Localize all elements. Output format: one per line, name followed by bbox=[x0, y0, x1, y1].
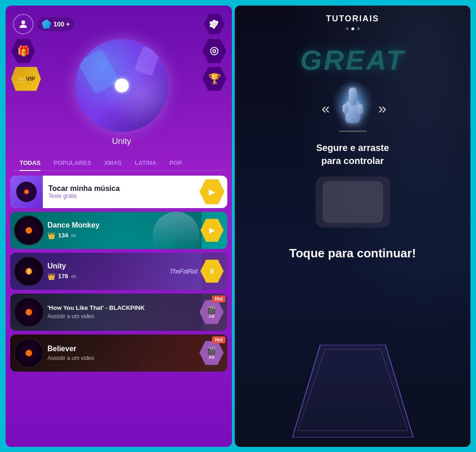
hot-badge: Hot bbox=[212, 336, 225, 343]
svg-rect-5 bbox=[349, 88, 357, 105]
song-row-blackpink[interactable]: Hot 'How You Like That' - BLACKPINK Assi… bbox=[10, 294, 227, 331]
my-music-row[interactable]: Tocar minha música Teste grátis ▶ bbox=[10, 176, 227, 208]
song-pause-button[interactable]: ⏸ bbox=[200, 260, 224, 283]
svg-marker-8 bbox=[292, 345, 413, 438]
my-music-play-button[interactable]: ▶ bbox=[199, 179, 225, 204]
song-subtitle: Assistir a um video bbox=[47, 355, 199, 361]
side-buttons-left: 🎁 👑 VIP bbox=[11, 39, 41, 91]
game-lane-svg bbox=[283, 345, 423, 438]
my-music-left bbox=[10, 176, 43, 208]
game-lane-container[interactable] bbox=[235, 261, 470, 447]
hand-icon bbox=[337, 85, 369, 132]
svg-point-0 bbox=[21, 20, 25, 24]
tab-pop[interactable]: POP bbox=[163, 156, 188, 170]
svg-rect-6 bbox=[343, 104, 348, 113]
hand-container: « bbox=[322, 85, 384, 132]
tab-todas[interactable]: TODAS bbox=[13, 156, 47, 170]
vinyl-small bbox=[16, 182, 37, 202]
ad-button-blackpink[interactable]: 🎬 Ad bbox=[199, 300, 224, 324]
svg-point-3 bbox=[213, 50, 216, 52]
disc bbox=[75, 39, 168, 132]
song-score: 134 bbox=[58, 232, 68, 239]
tap-button-area bbox=[316, 177, 390, 228]
song-meta: 👑 176 ∞ bbox=[47, 272, 200, 281]
song-vinyl bbox=[14, 216, 44, 245]
disc-title: Unity bbox=[112, 137, 131, 146]
dot-2 bbox=[351, 27, 354, 30]
tap-text[interactable]: Toque para continuar! bbox=[289, 246, 416, 261]
left-panel: 100 + 🎁 👑 VIP bbox=[6, 6, 232, 447]
infinity-icon: ∞ bbox=[71, 272, 76, 281]
right-content: TUTORIAIS GREAT « bbox=[235, 6, 470, 447]
vinyl-dot bbox=[26, 350, 32, 356]
tap-button-inner bbox=[323, 181, 383, 223]
song-list: Tocar minha música Teste grátis ▶ Dance … bbox=[6, 171, 232, 447]
vinyl-dot bbox=[26, 309, 32, 315]
ad-button-believer[interactable]: 🎬 Ad bbox=[199, 341, 224, 365]
song-info-dance-monkey: Dance Monkey 👑 134 ∞ bbox=[47, 221, 200, 240]
avatar-icon[interactable] bbox=[13, 14, 33, 34]
vip-button[interactable]: 👑 VIP bbox=[11, 67, 41, 91]
my-music-subtitle: Teste grátis bbox=[48, 193, 194, 199]
coins-badge: 100 + bbox=[37, 17, 74, 31]
tabs: TODAS POPULARES XMAS LATINA POP bbox=[6, 150, 232, 170]
song-name: Dance Monkey bbox=[47, 221, 200, 229]
svg-point-2 bbox=[211, 47, 218, 55]
tab-xmas[interactable]: XMAS bbox=[98, 156, 128, 170]
gift-button[interactable]: 🎁 bbox=[11, 39, 35, 63]
song-name: 'How You Like That' - BLACKPINK bbox=[47, 304, 199, 311]
song-vinyl bbox=[14, 297, 44, 327]
dot-3 bbox=[357, 27, 360, 30]
header: 100 + bbox=[6, 6, 232, 39]
arrow-left: « bbox=[322, 100, 327, 117]
gem-icon bbox=[42, 20, 51, 29]
song-score: 176 bbox=[58, 273, 68, 280]
tab-populares[interactable]: POPULARES bbox=[47, 156, 98, 170]
song-info-blackpink: 'How You Like That' - BLACKPINK Assistir… bbox=[47, 304, 199, 320]
disc-center bbox=[115, 79, 129, 92]
dot-1 bbox=[346, 27, 349, 30]
arrow-right: » bbox=[378, 100, 384, 117]
crown-icon: 👑 bbox=[47, 232, 55, 239]
my-music-text: Tocar minha música Teste grátis bbox=[43, 184, 199, 199]
right-panel: TUTORIAIS GREAT « bbox=[235, 6, 470, 447]
tab-latina[interactable]: LATINA bbox=[128, 156, 163, 170]
song-info-unity: Unity 👑 176 ∞ bbox=[47, 262, 200, 281]
song-meta: 👑 134 ∞ bbox=[47, 231, 200, 240]
song-vinyl bbox=[14, 256, 44, 286]
crown-icon: 👑 bbox=[47, 273, 55, 280]
ring-button[interactable] bbox=[202, 39, 226, 63]
song-subtitle: Assistir a um video bbox=[47, 313, 199, 320]
swipe-text: Segure e arrastepara controlar bbox=[316, 141, 389, 167]
trophy-button[interactable]: 🏆 bbox=[202, 67, 226, 91]
disc-container: Unity bbox=[75, 39, 168, 146]
user-section: 100 + bbox=[13, 14, 74, 34]
hand-finger bbox=[339, 85, 367, 133]
song-info-believer: Believer Assistir a um video bbox=[47, 345, 199, 361]
infinity-icon: ∞ bbox=[71, 231, 76, 240]
my-music-title: Tocar minha música bbox=[48, 184, 194, 193]
song-name: Unity bbox=[47, 262, 200, 270]
song-play-button[interactable]: ▶ bbox=[200, 219, 224, 242]
settings-button[interactable] bbox=[204, 14, 225, 34]
side-buttons-right: 🏆 bbox=[202, 39, 226, 91]
song-name: Believer bbox=[47, 345, 199, 353]
vinyl-dot bbox=[26, 227, 32, 234]
song-row-believer[interactable]: Hot Believer Assistir a um video 🎬 Ad bbox=[10, 334, 227, 372]
great-text: GREAT bbox=[300, 44, 405, 76]
hot-badge: Hot bbox=[212, 295, 225, 302]
song-row-dance-monkey[interactable]: Dance Monkey 👑 134 ∞ ▶ bbox=[10, 212, 227, 249]
tutorial-dots bbox=[346, 27, 360, 30]
svg-rect-7 bbox=[357, 104, 363, 114]
song-row-unity[interactable]: TheFatRat Unity 👑 176 ∞ ⏸ bbox=[10, 253, 227, 290]
svg-point-1 bbox=[213, 23, 216, 26]
song-vinyl bbox=[14, 338, 44, 368]
